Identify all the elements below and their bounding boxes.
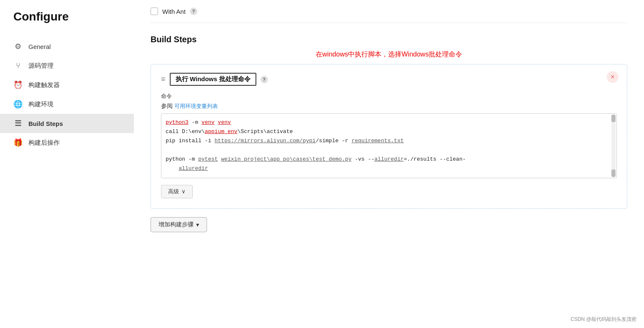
sidebar-item-triggers[interactable]: ⏰ 构建触发器 [0, 75, 134, 95]
advanced-row: 高级 ∨ [161, 185, 617, 198]
with-ant-help-badge[interactable]: ? [190, 8, 197, 15]
with-ant-label: With Ant [162, 8, 186, 15]
build-steps-title: Build Steps [151, 35, 627, 44]
sidebar-item-environment[interactable]: 🌐 构建环境 [0, 95, 134, 114]
env-link[interactable]: 可用环境变量列表 [174, 102, 218, 110]
gear-icon: ⚙ [13, 42, 23, 51]
code-line-6: alluredir [166, 164, 612, 173]
step-close-button[interactable]: × [607, 71, 618, 83]
sidebar-title: Configure [0, 10, 134, 37]
build-step-card: ≡ 执行 Windows 批处理命令 ? × 命令 参阅 可用环境变量列表 [151, 64, 627, 209]
step-header: ≡ 执行 Windows 批处理命令 ? [161, 73, 617, 86]
code-display: python3 -m venv venv call D:\env\appium_… [161, 114, 616, 178]
clock-icon: ⏰ [13, 80, 23, 90]
sidebar-label-buildsteps: Build Steps [28, 120, 63, 127]
with-ant-row: With Ant ? [151, 0, 627, 23]
add-step-chevron-icon: ▾ [196, 221, 199, 228]
fork-icon: ⑂ [13, 61, 23, 70]
scrollbar-thumb-up[interactable] [611, 115, 616, 122]
code-line-1: python3 -m venv venv [166, 118, 612, 127]
step-title: 执行 Windows 批处理命令 [170, 73, 256, 86]
globe-icon: 🌐 [13, 100, 23, 109]
env-link-prefix: 参阅 [161, 102, 174, 109]
main-content: With Ant ? Build Steps 在windows中执行脚本，选择W… [134, 0, 644, 328]
build-steps-section: Build Steps 在windows中执行脚本，选择Windows批处理命令… [151, 23, 627, 232]
code-area-wrapper: python3 -m venv venv call D:\env\appium_… [161, 113, 617, 178]
close-icon: × [611, 73, 614, 81]
sidebar: Configure ⚙ General ⑂ 源码管理 ⏰ 构建触发器 🌐 构建环… [0, 0, 134, 328]
list-icon: ☰ [13, 119, 23, 128]
add-build-step-button[interactable]: 增加构建步骤 ▾ [151, 217, 207, 232]
step-help-badge[interactable]: ? [261, 76, 268, 83]
box-icon: 🎁 [13, 138, 23, 147]
code-line-4 [166, 146, 612, 155]
scrollbar-track [611, 115, 616, 177]
code-line-2: call D:\env\appium_env\Scripts\activate [166, 127, 612, 136]
sidebar-label-general: General [28, 43, 51, 50]
advanced-button[interactable]: 高级 ∨ [161, 185, 193, 198]
sidebar-label-environment: 构建环境 [28, 100, 54, 108]
advanced-label: 高级 [168, 188, 179, 195]
drag-icon[interactable]: ≡ [161, 75, 166, 84]
scrollbar-thumb-down[interactable] [611, 169, 616, 177]
sidebar-item-source[interactable]: ⑂ 源码管理 [0, 56, 134, 75]
sidebar-label-triggers: 构建触发器 [28, 81, 60, 89]
command-label: 命令 [161, 92, 617, 100]
sidebar-item-general[interactable]: ⚙ General [0, 37, 134, 56]
code-line-3: pip install -i https://mirrors.aliyun.co… [166, 136, 612, 146]
sidebar-label-source: 源码管理 [28, 62, 54, 70]
sidebar-label-post: 构建后操作 [28, 139, 60, 147]
annotation-text: 在windows中执行脚本，选择Windows批处理命令 [151, 50, 627, 59]
code-line-5: python -m pytest weixin_project\app_po\c… [166, 155, 612, 164]
watermark: CSDN @敲代码敲到头发茂密 [570, 316, 636, 323]
add-step-label: 增加构建步骤 [158, 221, 194, 228]
env-link-row: 参阅 可用环境变量列表 [161, 102, 617, 113]
sidebar-item-buildsteps[interactable]: ☰ Build Steps [0, 114, 134, 133]
sidebar-item-post[interactable]: 🎁 构建后操作 [0, 133, 134, 152]
chevron-down-icon: ∨ [181, 188, 186, 195]
with-ant-checkbox[interactable] [151, 8, 158, 15]
